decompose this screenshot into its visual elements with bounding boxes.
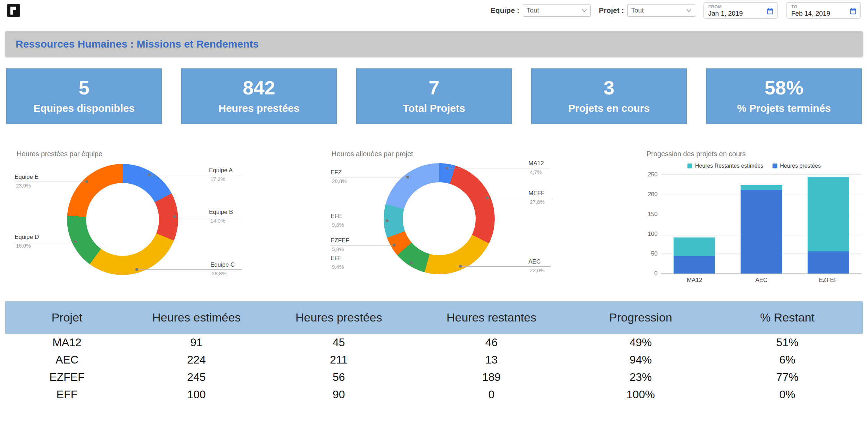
calendar-icon xyxy=(849,7,857,15)
kpi-value: 58% xyxy=(765,78,803,98)
pie-label-percent: 4,7% xyxy=(528,169,544,175)
table-header-row: Projet Heures estimées Heures prestées H… xyxy=(5,301,863,334)
kpi-value: 7 xyxy=(428,78,439,98)
pie-label-name: Equipe E xyxy=(15,174,39,181)
callout-dot xyxy=(410,261,413,264)
table-cell: 100% xyxy=(569,386,712,403)
table-cell: 90 xyxy=(264,386,414,403)
kpi-label: % Projets terminés xyxy=(737,102,831,114)
legend-swatch-teal xyxy=(687,164,692,168)
pie-label-name: EZFEF xyxy=(331,237,349,244)
bar-chart-title: Progession des projets en cours xyxy=(646,150,862,158)
table-row: MA1291454649%51% xyxy=(5,334,863,351)
pie-chart-heures-par-equipe[interactable] xyxy=(67,164,178,275)
table-row: EZFEF2455618923%77% xyxy=(5,368,863,386)
table-cell: MA12 xyxy=(5,334,129,351)
bar-segment-restantes[interactable] xyxy=(808,177,849,251)
pie-label-name: AEC xyxy=(528,258,545,265)
pie-label-name: EFE xyxy=(331,213,344,220)
y-tick-label: 100 xyxy=(648,231,658,237)
pie-heures-projet-title: Heures allouées par projet xyxy=(332,150,413,158)
pie-label-efz: EFZ 20,8% xyxy=(331,169,347,184)
bar-aec[interactable] xyxy=(741,185,782,274)
bar-segment-prestees[interactable] xyxy=(808,251,849,274)
pie-label-efe: EFE 9,8% xyxy=(331,213,344,228)
bar-plot-wrap: 050100150200250 xyxy=(646,175,862,274)
equipe-filter-select[interactable]: Tout xyxy=(523,4,591,17)
col-header-heures-prestees: Heures prestées xyxy=(264,301,414,334)
pie-label-percent: 9,8% xyxy=(331,222,344,228)
pie-chart-heures-par-projet[interactable] xyxy=(384,163,495,274)
pie-label-percent: 16,0% xyxy=(15,243,39,249)
kpi-label: Projets en cours xyxy=(568,102,650,114)
kpi-value: 842 xyxy=(243,78,275,98)
kpi-value: 3 xyxy=(603,78,614,98)
bar-ma12[interactable] xyxy=(674,237,715,274)
chevron-down-icon xyxy=(686,9,691,12)
col-header-progression: Progression xyxy=(569,301,712,334)
pie-label-ezfef: EZFEF 5,8% xyxy=(331,237,349,252)
table-cell: 0% xyxy=(712,386,863,403)
kpi-equipes-disponibles: 5 Equipes disponibles xyxy=(6,68,162,124)
table-cell: 23% xyxy=(569,368,712,386)
pie-label-name: EFF xyxy=(331,255,344,262)
table-cell: 189 xyxy=(414,368,570,386)
projet-filter-label: Projet : xyxy=(599,6,624,15)
kpi-projets-termines: 58% % Projets terminés xyxy=(706,68,862,124)
col-header-restant: % Restant xyxy=(712,301,863,334)
pie-label-eff: EFF 9,4% xyxy=(331,255,344,270)
bar-segment-prestees[interactable] xyxy=(674,256,715,274)
legend-swatch-blue xyxy=(773,164,777,168)
x-tick-label: EZFEF xyxy=(795,277,862,284)
table-cell: 224 xyxy=(129,351,264,368)
table-cell: 6% xyxy=(712,351,863,368)
date-to-picker[interactable]: TO Feb 14, 2019 xyxy=(786,2,861,19)
table-cell: 0 xyxy=(414,386,570,403)
pie-heures-equipe-title: Heures prestées par équipe xyxy=(17,150,102,158)
pie-label-equipe-b: Equipe B 14,0% xyxy=(209,209,233,224)
filter-controls: Equipe : Tout Projet : Tout FROM Jan 1, … xyxy=(491,2,861,19)
chevron-down-icon xyxy=(582,9,587,12)
table-cell: 45 xyxy=(264,334,414,351)
kpi-label: Equipes disponibles xyxy=(33,102,135,114)
date-to-label: TO xyxy=(791,5,856,9)
pie-label-ma12: MA12 4,7% xyxy=(528,160,544,175)
pie-label-percent: 27,6% xyxy=(528,199,545,205)
bar-x-labels: MA12 AEC EZFEF xyxy=(661,277,862,284)
callout-dot xyxy=(406,176,409,178)
date-to-value: Feb 14, 2019 xyxy=(791,10,856,17)
projet-filter-select[interactable]: Tout xyxy=(627,4,695,17)
pie-label-equipe-e: Equipe E 23,9% xyxy=(15,174,39,189)
kpi-label: Total Projets xyxy=(403,102,465,114)
callout-dot xyxy=(85,180,88,183)
date-from-picker[interactable]: FROM Jan 1, 2019 xyxy=(703,2,778,19)
callout-dot xyxy=(386,219,389,222)
legend-item-prestees: Heures prestées xyxy=(773,163,821,169)
bar-segment-restantes[interactable] xyxy=(741,185,782,190)
date-from-value: Jan 1, 2019 xyxy=(708,10,773,17)
callout-dot xyxy=(135,268,138,271)
calendar-icon xyxy=(766,7,774,15)
y-tick-label: 0 xyxy=(654,270,658,277)
bar-segment-prestees[interactable] xyxy=(741,190,782,274)
top-bar: Equipe : Tout Projet : Tout FROM Jan 1, … xyxy=(0,0,868,21)
table-cell: 94% xyxy=(569,351,712,368)
table-row: EFF100900100%0% xyxy=(5,386,863,403)
pie-label-name: Equipe B xyxy=(209,209,233,216)
callout-dot xyxy=(486,197,489,199)
bar-segment-restantes[interactable] xyxy=(674,237,715,256)
date-from-label: FROM xyxy=(708,5,773,9)
x-tick-label: MA12 xyxy=(661,277,728,284)
pie-label-percent: 20,8% xyxy=(331,178,347,184)
callout-dot xyxy=(173,215,176,218)
pie-label-aec: AEC 22,0% xyxy=(528,258,545,273)
page-title-banner: Ressources Humaines : Missions et Rendem… xyxy=(5,31,863,57)
col-header-heures-estimees: Heures estimées xyxy=(129,301,264,334)
x-tick-label: AEC xyxy=(728,277,795,284)
bar-ezfef[interactable] xyxy=(808,177,849,274)
kpi-label: Heures prestées xyxy=(218,102,299,114)
bar-plot xyxy=(661,175,862,274)
legend-label: Heures Restantes estimées xyxy=(695,163,763,169)
equipe-filter-value: Tout xyxy=(527,7,539,14)
pie-label-percent: 22,0% xyxy=(528,267,545,273)
